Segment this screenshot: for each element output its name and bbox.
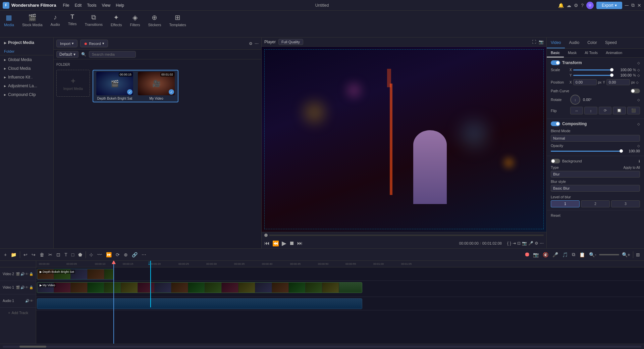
tl-voice-button[interactable]: 🎤 bbox=[551, 251, 559, 258]
tl-folder-button[interactable]: 📁 bbox=[9, 251, 18, 258]
scale-y-slider[interactable] bbox=[573, 75, 613, 76]
toolbar-transitions[interactable]: ⧉ Transitions bbox=[81, 11, 107, 37]
rotate-dial[interactable]: | bbox=[570, 95, 580, 105]
flip-vertical-button[interactable]: ↕ bbox=[584, 107, 597, 114]
tl-select-button[interactable]: ⊹ bbox=[88, 251, 95, 258]
video2-lock-icon[interactable]: 🔒 bbox=[29, 272, 33, 276]
pos-y-input[interactable] bbox=[606, 79, 630, 85]
tl-mute-button[interactable]: 🔇 bbox=[541, 251, 550, 258]
video2-eye-icon[interactable]: 👁 bbox=[25, 272, 29, 276]
toolbar-templates[interactable]: ⊞ Templates bbox=[165, 11, 190, 37]
tl-zoom-out-button[interactable]: 🔍- bbox=[588, 251, 598, 258]
compositing-toggle[interactable] bbox=[551, 121, 560, 126]
opacity-diamond[interactable]: ◇ bbox=[637, 144, 640, 148]
toolbar-titles[interactable]: T Titles bbox=[64, 11, 81, 37]
video1-lock-icon[interactable]: 🔒 bbox=[29, 286, 33, 289]
video1-camera-icon[interactable]: 🎬 bbox=[16, 286, 20, 289]
tl-rect-button[interactable]: □ bbox=[70, 251, 75, 258]
timeline-item-depth-bokeh[interactable]: ▶ Depth Bokeh Bright Set bbox=[37, 269, 114, 280]
rotate-diamond[interactable]: ◇ bbox=[637, 98, 640, 102]
scale-y-diamond[interactable]: ◇ bbox=[637, 73, 640, 77]
import-button[interactable]: Import ▾ bbox=[56, 40, 77, 47]
tl-paste-button[interactable]: 📋 bbox=[578, 251, 586, 258]
filter-icon[interactable]: ⚙ bbox=[249, 41, 253, 46]
apply-to-all[interactable]: Apply to All bbox=[624, 166, 640, 169]
step-back-button[interactable]: ⏪ bbox=[272, 240, 279, 247]
tl-delete-button[interactable]: 🗑 bbox=[38, 251, 46, 258]
tl-add-track-button[interactable]: + bbox=[3, 251, 8, 258]
menu-file[interactable]: File bbox=[63, 3, 69, 8]
bg-info-icon[interactable]: ℹ bbox=[639, 159, 640, 163]
import-media-placeholder[interactable]: + Import Media bbox=[56, 70, 90, 97]
transform-diamond[interactable]: ◇ bbox=[637, 61, 640, 65]
menu-edit[interactable]: Edit bbox=[75, 3, 82, 8]
voice-button[interactable]: 🎤 bbox=[528, 241, 533, 246]
skip-back-button[interactable]: ⏮ bbox=[264, 240, 270, 246]
sub-tab-mask[interactable]: Mask bbox=[564, 49, 581, 57]
quality-select[interactable]: Full Quality bbox=[278, 39, 303, 45]
tl-speed-button[interactable]: ⏩ bbox=[105, 251, 113, 258]
camera-button[interactable]: 📷 bbox=[522, 241, 527, 246]
record-button[interactable]: ⏺ Record ▾ bbox=[80, 40, 108, 47]
compositing-diamond[interactable]: ◇ bbox=[637, 122, 640, 126]
tl-crop-button[interactable]: ⊡ bbox=[55, 251, 62, 258]
tl-text-button[interactable]: T bbox=[63, 251, 69, 258]
flip-rotate-cw-button[interactable]: ⟳ bbox=[599, 107, 611, 114]
tl-copy-button[interactable]: ⧉ bbox=[571, 251, 577, 258]
video2-camera-icon[interactable]: 🎬 bbox=[16, 272, 20, 276]
audio1-eye-icon[interactable]: 👁 bbox=[30, 299, 33, 303]
help-icon[interactable]: ? bbox=[581, 3, 584, 8]
media-item-my-video[interactable]: 🎥 00:01:02 ✓ My Video bbox=[136, 72, 176, 100]
tl-snap-button[interactable]: ⊕ bbox=[122, 251, 129, 258]
toolbar-stock[interactable]: 🎬 Stock Media bbox=[18, 11, 47, 37]
scale-x-diamond[interactable]: ◇ bbox=[637, 68, 640, 72]
path-curve-toggle[interactable] bbox=[631, 89, 640, 93]
audio1-audio-icon[interactable]: 🔊 bbox=[25, 299, 29, 303]
folder-item[interactable]: Folder bbox=[0, 48, 53, 55]
scale-x-slider[interactable] bbox=[573, 69, 613, 70]
tab-video[interactable]: Video bbox=[547, 38, 565, 48]
tab-speed[interactable]: Speed bbox=[601, 38, 621, 48]
mark-in-button[interactable]: { bbox=[507, 241, 508, 246]
skip-fwd-button[interactable]: ⏭ bbox=[297, 240, 303, 246]
sidebar-item-compound[interactable]: ▶ Compound Clip bbox=[0, 90, 53, 99]
settings-icon[interactable]: ⚙ bbox=[574, 3, 578, 8]
pos-diamond[interactable]: ◇ bbox=[636, 81, 639, 84]
flip-box1-button[interactable]: 🔲 bbox=[613, 107, 626, 114]
mark-out-button[interactable]: } bbox=[510, 241, 511, 246]
collapse-arrow[interactable]: ▶ bbox=[4, 41, 7, 45]
opacity-slider[interactable] bbox=[551, 151, 623, 152]
blur-level-2[interactable]: 2 bbox=[581, 200, 610, 207]
tab-audio[interactable]: Audio bbox=[565, 38, 583, 48]
tl-redo-button[interactable]: ↪ bbox=[30, 251, 37, 258]
play-button[interactable]: ▶ bbox=[282, 240, 286, 247]
add-track-button[interactable]: + Add Track bbox=[0, 308, 36, 318]
sidebar-item-adjustment[interactable]: ▶ Adjustment La... bbox=[0, 82, 53, 90]
tl-more-button[interactable]: ⋯ bbox=[140, 251, 148, 258]
flip-box2-button[interactable]: ⬛ bbox=[627, 107, 640, 114]
toolbar-stickers[interactable]: ⊕ Stickers bbox=[144, 11, 165, 37]
fullscreen-icon[interactable]: ⛶ bbox=[532, 40, 536, 44]
flip-horizontal-button[interactable]: ↔ bbox=[570, 107, 583, 114]
blur-level-1[interactable]: 1 bbox=[551, 200, 580, 207]
tl-layout-button[interactable]: ⊞ bbox=[635, 251, 641, 258]
close-button[interactable]: ✕ bbox=[637, 3, 641, 8]
sidebar-item-influence[interactable]: ▶ Influence Kit . bbox=[0, 73, 53, 82]
notification-icon[interactable]: 🔔 bbox=[558, 3, 564, 8]
tl-shape-button[interactable]: ⬟ bbox=[77, 251, 84, 258]
user-avatar[interactable]: U bbox=[586, 2, 594, 9]
cloud-icon[interactable]: ☁ bbox=[567, 3, 571, 8]
sidebar-item-cloud[interactable]: ▶ Cloud Media bbox=[0, 64, 53, 73]
blur-type-select[interactable]: Blur bbox=[551, 171, 640, 178]
tl-ripple-button[interactable]: 〰 bbox=[96, 251, 103, 258]
tl-voice2-button[interactable]: 🎵 bbox=[561, 251, 569, 258]
progress-bar[interactable] bbox=[269, 235, 544, 236]
settings-extra-button[interactable]: ⚙ bbox=[535, 241, 538, 246]
more-icon[interactable]: ⋯ bbox=[255, 41, 259, 46]
tl-camera-button[interactable]: 📷 bbox=[532, 251, 540, 258]
menu-view[interactable]: View bbox=[102, 3, 110, 8]
toolbar-filters[interactable]: ◈ Filters bbox=[126, 11, 144, 37]
fit-button[interactable]: ⊡ bbox=[517, 241, 521, 246]
tl-loop-button[interactable]: ⟳ bbox=[114, 251, 121, 258]
stop-button[interactable]: ⏹ bbox=[289, 240, 294, 246]
